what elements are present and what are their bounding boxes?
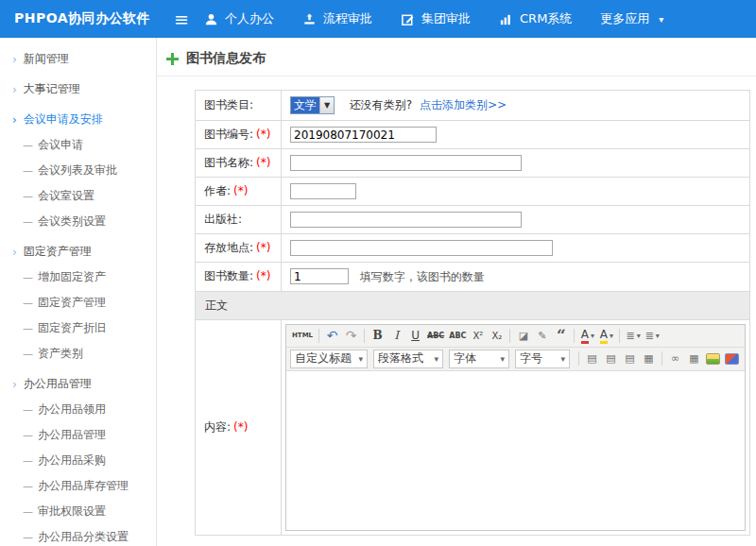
editor-content-area[interactable]: [286, 371, 745, 530]
workflow-icon: [302, 12, 317, 26]
nav-personal-office[interactable]: 个人办公: [204, 10, 274, 27]
sidebar-item-label: 办公用品管理: [38, 427, 106, 443]
sidebar-item[interactable]: —会议申请: [0, 132, 156, 158]
sidebar-group-label: 办公用品管理: [24, 376, 92, 392]
toolbar-separator: [364, 329, 365, 343]
toolbar-separator: [662, 351, 662, 366]
strikethrough-button[interactable]: ABC: [425, 327, 446, 345]
format-brush-button[interactable]: ✎: [533, 327, 551, 345]
quantity-hint: 填写数字，该图书的数量: [360, 270, 485, 283]
chevron-right-icon: ›: [12, 378, 17, 391]
book-number-input[interactable]: [290, 127, 437, 143]
category-select[interactable]: 文学 ▼: [290, 96, 335, 114]
sidebar-item[interactable]: —增加固定资产: [0, 264, 156, 290]
insert-media-button[interactable]: [725, 353, 739, 365]
remove-format-button[interactable]: ◪: [514, 327, 532, 345]
nav-workflow-approval[interactable]: 流程审批: [302, 10, 372, 27]
dash-icon: —: [23, 531, 33, 543]
toolbar-separator: [509, 329, 510, 343]
sidebar-item[interactable]: —固定资产折旧: [0, 316, 156, 341]
italic-button[interactable]: I: [387, 327, 405, 345]
indent-glyph: ≣: [645, 328, 654, 344]
publisher-input[interactable]: [290, 212, 522, 228]
sidebar-item[interactable]: —会议类别设置: [0, 209, 156, 234]
link-button[interactable]: ∞: [666, 350, 684, 367]
table-button[interactable]: ▦: [685, 350, 703, 367]
indent-button[interactable]: ≣▾: [644, 327, 662, 345]
field-label: 内容:: [204, 420, 231, 434]
spellcheck-button[interactable]: ABC: [447, 327, 468, 345]
list-glyph: ≣: [626, 328, 634, 344]
sidebar-group-memorabilia[interactable]: ›大事记管理: [0, 77, 156, 102]
book-name-input[interactable]: [290, 155, 522, 171]
author-input[interactable]: [290, 183, 356, 199]
hamburger-menu-icon[interactable]: ≡: [174, 10, 189, 28]
font-size-select[interactable]: 字号▾: [515, 350, 570, 368]
sidebar-item[interactable]: —办公用品采购: [0, 448, 156, 473]
bold-button[interactable]: B: [369, 327, 387, 345]
plus-icon: [166, 53, 179, 65]
add-category-link[interactable]: 点击添加类别>>: [420, 98, 507, 111]
dash-icon: —: [23, 164, 33, 177]
select-label: 字号: [520, 350, 542, 367]
editor-toolbar-row2: 自定义标题▾ 段落格式▾ 字体▾ 字号▾ ▤ ▤ ▤ ▦ ∞: [286, 348, 745, 371]
sidebar-item-label: 固定资产折旧: [38, 320, 106, 336]
sidebar-item[interactable]: —审批权限设置: [0, 499, 156, 524]
align-right-button[interactable]: ▤: [621, 350, 639, 367]
dash-icon: —: [23, 429, 33, 441]
category-hint: 还没有类别?: [350, 98, 412, 111]
required-mark: (*): [256, 128, 270, 141]
blockquote-button[interactable]: “: [552, 327, 570, 345]
redo-button[interactable]: ↷: [342, 327, 360, 345]
sidebar-item[interactable]: —资产类别: [0, 341, 156, 367]
sidebar-group-news[interactable]: ›新闻管理: [0, 46, 156, 72]
chevron-right-icon: ›: [12, 83, 17, 96]
paragraph-format-select[interactable]: 段落格式▾: [373, 350, 443, 368]
html-source-button[interactable]: HTML: [290, 327, 315, 345]
nav-group-approval[interactable]: 集团审批: [401, 10, 471, 27]
sidebar-group-label: 固定资产管理: [24, 244, 92, 260]
sidebar-item[interactable]: —固定资产管理: [0, 290, 156, 316]
custom-title-select[interactable]: 自定义标题▾: [290, 350, 368, 368]
sidebar-group-meetings[interactable]: ›会议申请及安排: [0, 107, 156, 132]
nav-label: 更多应用: [600, 10, 649, 27]
required-mark: (*): [256, 269, 270, 282]
sidebar-group-label: 大事记管理: [24, 81, 80, 97]
quantity-input[interactable]: [290, 268, 349, 284]
sidebar-item[interactable]: —办公用品库存管理: [0, 473, 156, 499]
subscript-button[interactable]: X₂: [488, 327, 506, 345]
category-label-cell: 图书类目:: [196, 91, 282, 121]
dash-icon: —: [23, 297, 33, 309]
page-title-bar: 图书信息发布: [157, 38, 756, 77]
align-justify-button[interactable]: ▦: [640, 350, 658, 367]
sidebar-item[interactable]: —会议列表及审批: [0, 158, 156, 183]
unordered-list-button[interactable]: ≣▾: [624, 327, 642, 345]
sidebar-item[interactable]: —办公用品分类设置: [0, 524, 156, 546]
insert-image-button[interactable]: [706, 353, 720, 365]
sidebar-item[interactable]: —办公用品领用: [0, 397, 156, 422]
nav-more-apps[interactable]: 更多应用 ▾: [600, 10, 663, 27]
font-color-button[interactable]: A▾: [578, 327, 596, 345]
location-input[interactable]: [290, 240, 553, 256]
dropdown-caret-icon: ▾: [591, 328, 594, 344]
align-center-button[interactable]: ▤: [602, 350, 620, 367]
form-row-book-name: 图书名称:(*): [196, 149, 750, 178]
sidebar-item[interactable]: —会议室设置: [0, 183, 156, 209]
highlight-color-button[interactable]: A▾: [597, 327, 615, 345]
field-label: 出版社:: [204, 213, 242, 226]
font-family-select[interactable]: 字体▾: [449, 350, 509, 368]
sidebar-item-label: 办公用品采购: [38, 452, 106, 469]
font-color-glyph: A: [581, 330, 589, 344]
nav-label: CRM系统: [520, 10, 572, 27]
align-left-button[interactable]: ▤: [583, 350, 601, 367]
undo-button[interactable]: ↶: [323, 327, 341, 345]
superscript-button[interactable]: X²: [469, 327, 487, 345]
field-label: 图书编号:: [204, 128, 253, 141]
sidebar-item[interactable]: —办公用品管理: [0, 422, 156, 448]
nav-label: 流程审批: [323, 10, 372, 27]
underline-button[interactable]: U: [406, 327, 424, 345]
sidebar-group-office-supplies[interactable]: ›办公用品管理: [0, 371, 156, 397]
nav-crm-system[interactable]: CRM系统: [499, 10, 572, 27]
sidebar-item-label: 固定资产管理: [38, 295, 106, 311]
sidebar-group-fixed-assets[interactable]: ›固定资产管理: [0, 239, 156, 264]
